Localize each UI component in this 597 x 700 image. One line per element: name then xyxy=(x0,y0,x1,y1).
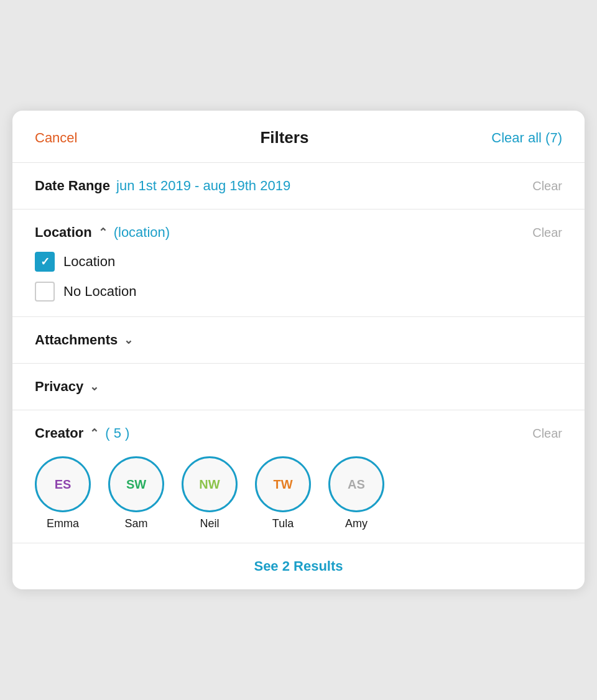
avatar-circle-emma: ES xyxy=(35,456,91,512)
attachments-chevron-icon: ⌄ xyxy=(124,333,133,347)
privacy-chevron-icon: ⌄ xyxy=(90,380,99,394)
privacy-section: Privacy ⌄ xyxy=(12,364,585,410)
date-range-value: jun 1st 2019 - aug 19th 2019 xyxy=(116,178,290,194)
no-location-option-label: No Location xyxy=(63,283,136,300)
filter-modal: Cancel Filters Clear all (7) Date Range … xyxy=(12,111,585,589)
date-range-row: Date Range jun 1st 2019 - aug 19th 2019 … xyxy=(35,178,562,194)
no-location-checkbox[interactable] xyxy=(35,282,55,302)
modal-title: Filters xyxy=(260,128,308,147)
see-results-section: See 2 Results xyxy=(12,543,585,589)
location-options: Location No Location xyxy=(35,252,562,302)
avatar-name-emma: Emma xyxy=(47,517,79,530)
avatars-row: ES Emma SW Sam NW Neil TW Tula AS Amy xyxy=(35,456,562,530)
location-option-label: Location xyxy=(63,254,115,270)
avatar-neil[interactable]: NW Neil xyxy=(182,456,238,530)
avatar-sam[interactable]: SW Sam xyxy=(108,456,164,530)
avatar-emma[interactable]: ES Emma xyxy=(35,456,91,530)
location-clear-button[interactable]: Clear xyxy=(532,226,562,240)
avatar-tula[interactable]: TW Tula xyxy=(255,456,311,530)
avatar-circle-tula: TW xyxy=(255,456,311,512)
privacy-row[interactable]: Privacy ⌄ xyxy=(35,379,562,395)
location-section: Location ⌃ (location) Clear Location No … xyxy=(12,210,585,317)
avatar-amy[interactable]: AS Amy xyxy=(328,456,384,530)
location-active-value: (location) xyxy=(114,224,170,241)
location-option-no-location[interactable]: No Location xyxy=(35,282,562,302)
avatar-circle-sam: SW xyxy=(108,456,164,512)
privacy-label: Privacy ⌄ xyxy=(35,379,99,395)
avatar-circle-neil: NW xyxy=(182,456,238,512)
creator-chevron-icon: ⌃ xyxy=(90,426,99,440)
location-option-location[interactable]: Location xyxy=(35,252,562,272)
avatar-circle-amy: AS xyxy=(328,456,384,512)
date-range-clear-button[interactable]: Clear xyxy=(532,179,562,193)
creator-row: Creator ⌃ ( 5 ) Clear xyxy=(35,425,562,441)
attachments-section: Attachments ⌄ xyxy=(12,317,585,364)
date-range-section: Date Range jun 1st 2019 - aug 19th 2019 … xyxy=(12,163,585,210)
avatar-name-neil: Neil xyxy=(200,517,219,530)
attachments-label: Attachments ⌄ xyxy=(35,332,133,348)
modal-header: Cancel Filters Clear all (7) xyxy=(12,111,585,163)
creator-section: Creator ⌃ ( 5 ) Clear ES Emma SW Sam NW … xyxy=(12,410,585,543)
creator-count: ( 5 ) xyxy=(105,425,129,441)
cancel-button[interactable]: Cancel xyxy=(35,130,77,146)
location-label: Location ⌃ (location) xyxy=(35,224,170,241)
creator-clear-button[interactable]: Clear xyxy=(532,426,562,441)
attachments-row[interactable]: Attachments ⌄ xyxy=(35,332,562,348)
avatar-name-amy: Amy xyxy=(345,517,368,530)
see-results-button[interactable]: See 2 Results xyxy=(254,558,343,574)
location-chevron-icon: ⌃ xyxy=(98,226,108,239)
date-range-label: Date Range jun 1st 2019 - aug 19th 2019 xyxy=(35,178,290,194)
location-row: Location ⌃ (location) Clear xyxy=(35,224,562,241)
avatar-name-tula: Tula xyxy=(272,517,294,530)
location-checkbox[interactable] xyxy=(35,252,55,272)
creator-label: Creator ⌃ ( 5 ) xyxy=(35,425,129,441)
clear-all-button[interactable]: Clear all (7) xyxy=(491,130,562,146)
avatar-name-sam: Sam xyxy=(124,517,147,530)
